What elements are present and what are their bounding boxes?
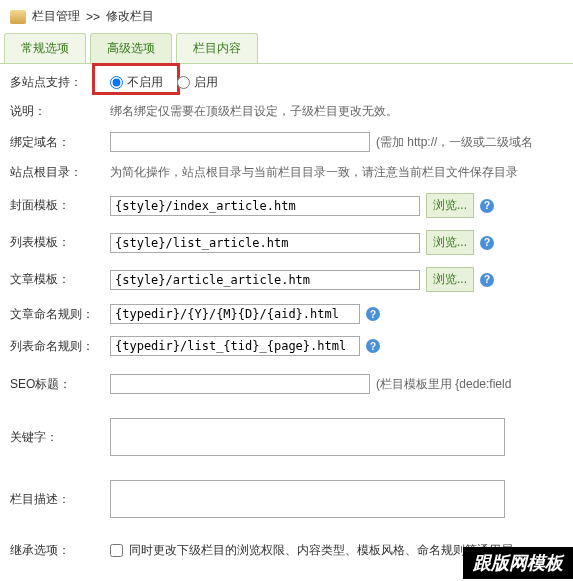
colsdesc-input[interactable]	[110, 480, 505, 518]
help-icon[interactable]: ?	[366, 307, 380, 321]
row-listrule: 列表命名规则： ?	[10, 330, 563, 362]
breadcrumb-b: 修改栏目	[106, 8, 154, 25]
colsdesc-label: 栏目描述：	[10, 491, 110, 508]
tab-content[interactable]: 栏目内容	[176, 33, 258, 63]
row-desc: 说明： 绑名绑定仅需要在顶级栏目设定，子级栏目更改无效。	[10, 97, 563, 126]
article-input[interactable]	[110, 270, 420, 290]
row-article: 文章模板： 浏览... ?	[10, 261, 563, 298]
list-label: 列表模板：	[10, 234, 110, 251]
folder-icon	[10, 10, 26, 24]
domain-label: 绑定域名：	[10, 134, 110, 151]
row-articlerule: 文章命名规则： ?	[10, 298, 563, 330]
help-icon[interactable]: ?	[366, 339, 380, 353]
domain-hint: (需加 http://，一级或二级域名	[376, 134, 533, 151]
help-icon[interactable]: ?	[480, 199, 494, 213]
help-icon[interactable]: ?	[480, 236, 494, 250]
radio-off[interactable]	[110, 76, 123, 89]
desc-text: 绑名绑定仅需要在顶级栏目设定，子级栏目更改无效。	[110, 103, 563, 120]
tabs: 常规选项 高级选项 栏目内容	[0, 33, 573, 64]
radio-off-label[interactable]: 不启用	[127, 74, 163, 91]
articlerule-label: 文章命名规则：	[10, 306, 110, 323]
breadcrumb: 栏目管理 >> 修改栏目	[0, 0, 573, 33]
domain-input[interactable]	[110, 132, 370, 152]
row-siteroot: 站点根目录： 为简化操作，站点根目录与当前栏目目录一致，请注意当前栏目文件保存目…	[10, 158, 563, 187]
radio-on-label[interactable]: 启用	[194, 74, 218, 91]
breadcrumb-a[interactable]: 栏目管理	[32, 8, 80, 25]
articlerule-input[interactable]	[110, 304, 360, 324]
siteroot-text: 为简化操作，站点根目录与当前栏目目录一致，请注意当前栏目文件保存目录	[110, 164, 563, 181]
listrule-label: 列表命名规则：	[10, 338, 110, 355]
row-cover: 封面模板： 浏览... ?	[10, 187, 563, 224]
list-browse-button[interactable]: 浏览...	[426, 230, 474, 255]
article-browse-button[interactable]: 浏览...	[426, 267, 474, 292]
desc-label: 说明：	[10, 103, 110, 120]
row-list: 列表模板： 浏览... ?	[10, 224, 563, 261]
row-domain: 绑定域名： (需加 http://，一级或二级域名	[10, 126, 563, 158]
inherit-text: 同时更改下级栏目的浏览权限、内容类型、模板风格、命名规则等通用属	[129, 542, 513, 559]
list-input[interactable]	[110, 233, 420, 253]
cover-label: 封面模板：	[10, 197, 110, 214]
multisite-label: 多站点支持：	[10, 74, 110, 91]
row-colsdesc: 栏目描述：	[10, 468, 563, 530]
inherit-checkbox[interactable]	[110, 544, 123, 557]
radio-on[interactable]	[177, 76, 190, 89]
tab-general[interactable]: 常规选项	[4, 33, 86, 63]
listrule-input[interactable]	[110, 336, 360, 356]
keywords-label: 关键字：	[10, 429, 110, 446]
watermark: 跟版网模板	[463, 547, 573, 579]
keywords-input[interactable]	[110, 418, 505, 456]
cover-browse-button[interactable]: 浏览...	[426, 193, 474, 218]
siteroot-label: 站点根目录：	[10, 164, 110, 181]
row-seo: SEO标题： (栏目模板里用 {dede:field	[10, 362, 563, 406]
seo-hint: (栏目模板里用 {dede:field	[376, 376, 511, 393]
row-multisite: 多站点支持： 不启用 启用	[10, 68, 563, 97]
tab-advanced[interactable]: 高级选项	[90, 33, 172, 63]
help-icon[interactable]: ?	[480, 273, 494, 287]
seo-input[interactable]	[110, 374, 370, 394]
article-label: 文章模板：	[10, 271, 110, 288]
inherit-label: 继承选项：	[10, 542, 110, 559]
row-keywords: 关键字：	[10, 406, 563, 468]
seo-label: SEO标题：	[10, 376, 110, 393]
cover-input[interactable]	[110, 196, 420, 216]
breadcrumb-sep: >>	[86, 10, 100, 24]
